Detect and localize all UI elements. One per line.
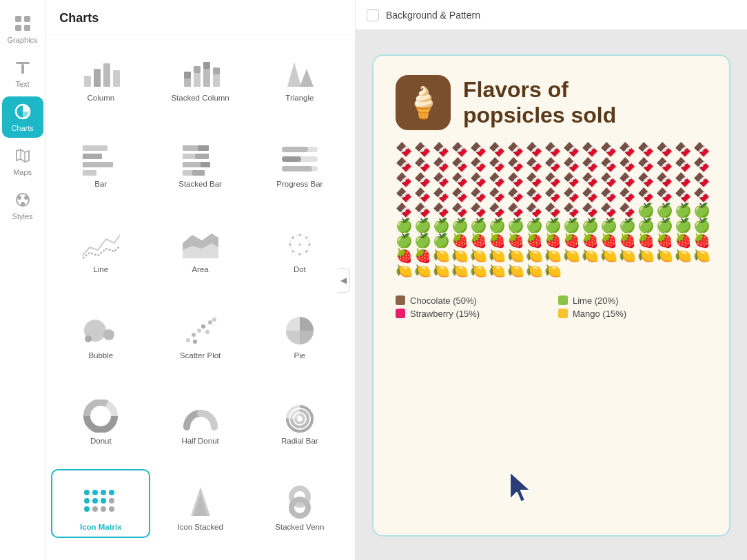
chart-item-stacked-column[interactable]: Stacked Column [150,40,249,109]
sidebar-item-graphics[interactable]: Graphics [2,8,43,50]
charts-grid: Column Stacked Column [45,34,355,560]
area-thumb [181,228,220,261]
svg-point-52 [308,244,310,246]
canvas-area: Background & Pattern 🍦 Flavors ofpopsicl… [356,0,747,560]
svg-marker-94 [510,472,531,502]
svg-point-62 [197,329,201,333]
chart-item-pie[interactable]: Pie [250,298,349,366]
chart-item-column[interactable]: Column [51,40,150,109]
legend-item-lime: Lime (20%) [558,295,707,306]
svg-point-86 [84,506,90,512]
line-thumb [81,228,120,261]
bg-pattern-label: Background & Pattern [386,10,480,21]
toolbar-text-label: Text [15,80,29,88]
legend-dot-strawberry [396,309,405,318]
svg-rect-22 [203,62,210,69]
svg-rect-21 [203,69,210,87]
chart-item-dot[interactable]: Dot [250,211,349,280]
svg-rect-17 [184,79,191,87]
svg-rect-29 [83,162,113,167]
svg-rect-2 [15,25,21,31]
svg-rect-1 [24,16,30,22]
text-icon [13,58,32,77]
chart-item-radial-bar[interactable]: Radial Bar [250,383,349,452]
legend-label-chocolate: Chocolate (50%) [410,295,477,306]
grid-icon [13,14,32,33]
card-title: Flavors ofpopsicles sold [463,77,616,128]
icon-matrix-label: Icon Matrix [80,523,122,531]
svg-rect-38 [192,170,205,176]
maps-icon [13,146,32,165]
svg-rect-35 [183,162,201,167]
sidebar-item-maps[interactable]: Maps [2,141,43,182]
svg-point-79 [92,490,98,495]
svg-point-65 [212,318,216,322]
scatter-plot-label: Scatter Plot [180,351,221,360]
svg-point-78 [84,490,90,495]
chart-item-stacked-bar[interactable]: Stacked Bar [150,126,249,195]
svg-point-51 [289,244,291,246]
svg-marker-25 [287,62,301,87]
toolbar-maps-label: Maps [13,168,32,176]
svg-rect-28 [83,154,102,159]
dot-label: Dot [294,265,306,273]
svg-marker-26 [300,69,314,87]
chart-item-bar[interactable]: Bar [51,126,150,195]
triangle-thumb [280,56,319,90]
chart-item-bubble[interactable]: Bubble [51,298,150,366]
svg-point-10 [17,196,21,200]
sidebar-item-text[interactable]: Text [2,52,43,94]
svg-rect-14 [94,69,101,87]
stacked-bar-thumb [181,143,220,176]
card-header: 🍦 Flavors ofpopsicles sold [396,75,707,130]
svg-point-85 [109,498,114,504]
svg-point-87 [92,506,98,512]
svg-point-59 [85,335,92,342]
svg-point-89 [109,506,114,512]
canvas-content: 🍦 Flavors ofpopsicles sold 🍫🍫🍫🍫🍫🍫🍫🍫🍫🍫🍫🍫🍫… [356,30,747,560]
svg-rect-16 [113,70,120,87]
toolbar-graphics-label: Graphics [8,36,38,44]
bg-pattern-checkbox[interactable] [367,9,379,21]
popsicle-matrix: 🍫🍫🍫🍫🍫🍫🍫🍫🍫🍫🍫🍫🍫🍫🍫🍫🍫 🍫🍫🍫🍫🍫🍫🍫🍫🍫🍫🍫🍫🍫🍫🍫🍫🍫 🍫🍫🍫🍫… [396,143,707,278]
stacked-venn-thumb [280,486,319,519]
svg-point-12 [21,202,25,206]
chart-item-progress-bar[interactable]: Progress Bar [250,126,349,195]
svg-point-63 [201,324,205,329]
chart-item-area[interactable]: Area [150,211,249,280]
column-label: Column [87,94,114,102]
svg-rect-31 [183,145,198,151]
chart-item-icon-matrix[interactable]: Icon Matrix [51,469,150,538]
chart-item-half-donut[interactable]: Half Donut [150,383,249,452]
svg-point-82 [84,498,90,504]
charts-icon [13,102,32,121]
popsicle-icon: 🍦 [396,75,451,130]
svg-rect-44 [282,166,312,172]
sidebar-item-styles[interactable]: Styles [2,185,43,226]
chart-item-line[interactable]: Line [51,211,150,280]
stacked-column-label: Stacked Column [171,94,229,102]
progress-bar-label: Progress Bar [276,180,323,188]
chart-item-triangle[interactable]: Triangle [250,40,349,109]
bar-label: Bar [94,180,107,188]
svg-point-88 [101,506,106,512]
cursor [507,469,535,505]
panel-title: Charts [45,0,355,34]
panel-collapse-button[interactable]: ◀ [338,268,350,293]
svg-point-60 [186,338,190,342]
svg-rect-20 [194,66,201,73]
svg-point-83 [92,498,98,504]
svg-point-11 [24,196,28,200]
chart-item-icon-stacked[interactable]: Icon Stacked [150,469,249,538]
chart-item-donut[interactable]: Donut [51,383,150,452]
svg-point-49 [298,234,300,236]
chart-item-scatter-plot[interactable]: Scatter Plot [150,298,249,366]
legend-item-chocolate: Chocolate (50%) [396,295,544,306]
triangle-label: Triangle [285,94,314,102]
sidebar-item-charts[interactable]: Charts [2,96,43,138]
toolbar-charts-label: Charts [11,124,33,132]
svg-point-58 [103,329,114,340]
half-donut-label: Half Donut [181,437,218,445]
chart-item-stacked-venn[interactable]: Stacked Venn [250,469,349,538]
svg-rect-36 [201,162,210,167]
